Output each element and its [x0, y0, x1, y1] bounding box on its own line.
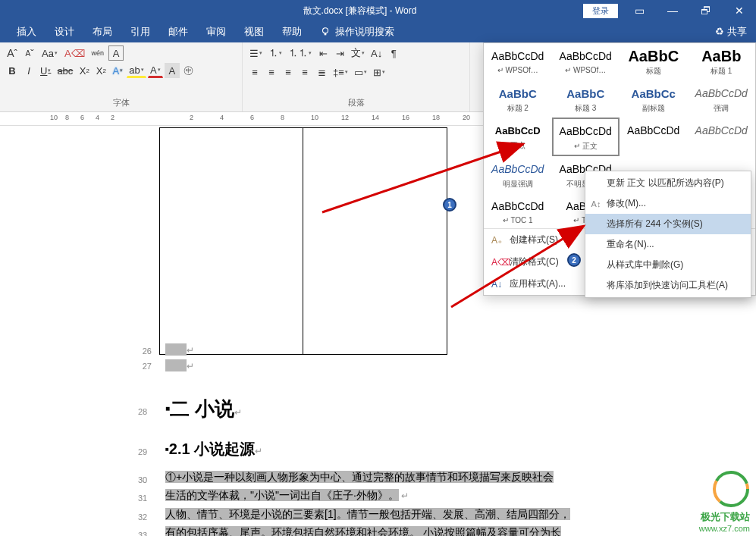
numbering-button[interactable]: ⒈▾ — [266, 45, 284, 61]
ribbon-group-font: Aˆ Aˇ Aa▾ A⌫ wén A B I U▾ abc X2 X2 A▾ a… — [0, 42, 243, 111]
line-number: 26 — [138, 343, 152, 359]
font-grow-button[interactable]: Aˆ — [5, 45, 20, 61]
style-cell[interactable]: AaBb标题 1 — [688, 43, 756, 80]
modify-icon: A↕ — [590, 199, 602, 208]
style-cell[interactable]: AaBbCc副标题 — [620, 80, 688, 118]
style-cell[interactable]: AaBbCcDd↵ 正文 — [552, 118, 620, 156]
tab-mailings[interactable]: 邮件 — [159, 20, 197, 43]
login-button[interactable]: 登录 — [583, 4, 618, 18]
ruler-mark: 2 — [111, 114, 114, 121]
tell-me-search[interactable]: 操作说明搜索 — [311, 20, 403, 43]
restore-button[interactable]: 🗗 — [689, 0, 723, 21]
ribbon-group-font-label: 字体 — [5, 96, 237, 108]
line-number: 27 — [138, 359, 152, 374]
align-justify-button[interactable]: ≡ — [297, 64, 312, 80]
ctx-remove-from-gallery[interactable]: 从样式库中删除(G) — [585, 255, 751, 275]
style-preview: AaBbCcDd — [557, 47, 615, 65]
style-preview: AaBbC — [557, 84, 615, 102]
tab-references[interactable]: 引用 — [121, 20, 159, 43]
borders-button[interactable]: ⊞▾ — [371, 64, 387, 80]
ruler-mark: 4 — [220, 114, 224, 121]
align-right-button[interactable]: ≡ — [281, 64, 296, 80]
ribbon-tabbar: 插入 设计 布局 引用 邮件 审阅 视图 帮助 操作说明搜索 ♻ 共享 — [0, 21, 756, 42]
align-center-button[interactable]: ≡ — [264, 64, 279, 80]
heading2: 29■2.1 小说起源↵ — [165, 440, 575, 459]
style-name-label: 标题 1 — [693, 66, 751, 77]
ctx-select-all-instances[interactable]: 选择所有 244 个实例(S) — [585, 214, 751, 234]
ctx-update-match[interactable]: 更新 正文 以匹配所选内容(P) — [585, 173, 751, 193]
show-marks-button[interactable]: ¶ — [386, 45, 401, 61]
style-cell[interactable]: AaBbC标题 — [620, 43, 688, 80]
subscript-button[interactable]: X2 — [77, 63, 92, 78]
style-cell[interactable]: AaBbCcDd明显强调 — [484, 156, 552, 193]
share-button[interactable]: ♻ 共享 — [706, 20, 756, 43]
text-effects-button[interactable]: A▾ — [110, 63, 125, 78]
phonetic-guide-button[interactable]: wén — [89, 45, 107, 61]
style-cell[interactable]: AaBbCcDd↵ WPSOf… — [552, 43, 620, 80]
sort-button[interactable]: A↓ — [369, 45, 384, 61]
ctx-rename[interactable]: 重命名(N)... — [585, 234, 751, 255]
change-case-button[interactable]: Aa▾ — [39, 45, 60, 61]
style-name-label: 强调 — [693, 103, 751, 114]
line-spacing-button[interactable]: ‡≡▾ — [331, 64, 350, 80]
italic-button[interactable]: I — [21, 63, 36, 78]
style-name-label: 标题 3 — [557, 103, 615, 114]
tab-design[interactable]: 设计 — [45, 20, 83, 43]
body-para: 33有的包括序幕、尾声。环境包括自然环境和社会环境。 小说按照篇幅及容量可分为长 — [165, 524, 575, 536]
watermark-url: www.xz7.com — [699, 524, 750, 533]
style-preview: AaBbCcDd — [489, 197, 547, 215]
ribbon-group-paragraph: ☰▾ ⒈▾ ⒈⒈▾ ⇤ ⇥ 文▾ A↓ ¶ ≡ ≡ ≡ ≡ ≣ ‡≡▾ ▭▾ ⊞… — [243, 42, 470, 111]
body-para: 32人物、情节、环境是小说的三要素[1]。情节一般包括开端、发展、高潮、结局四部… — [165, 506, 575, 522]
window-title: 散文.docx [兼容模式] - Word — [136, 5, 583, 17]
highlight-button[interactable]: ab▾ — [127, 63, 146, 78]
ruler-mark: 4 — [96, 114, 99, 121]
close-button[interactable]: ✕ — [723, 0, 756, 21]
style-name-label: ↵ WPSOf… — [489, 66, 547, 74]
ctx-add-to-qat[interactable]: 将库添加到快速访问工具栏(A) — [585, 275, 751, 296]
char-shading-button[interactable]: A — [165, 63, 180, 78]
multilevel-list-button[interactable]: ⒈⒈▾ — [286, 45, 314, 61]
style-cell[interactable]: AaBbCcDd↵ TOC 1 — [484, 193, 552, 228]
increase-indent-button[interactable]: ⇥ — [332, 45, 347, 61]
tab-insert[interactable]: 插入 — [8, 20, 45, 43]
char-border-button[interactable]: A — [108, 45, 124, 61]
superscript-button[interactable]: X2 — [93, 63, 108, 78]
style-cell[interactable]: AaBbCcDd — [620, 118, 688, 156]
minimize-button[interactable]: — — [656, 0, 689, 21]
style-cell[interactable]: AaBbC标题 2 — [484, 80, 552, 118]
tab-review[interactable]: 审阅 — [197, 20, 235, 43]
style-preview: AaBbCcDd — [558, 122, 614, 140]
style-cell[interactable]: AaBbCcDd↵ WPSOf… — [484, 43, 552, 80]
style-cell[interactable]: AaBbC标题 3 — [552, 80, 620, 118]
asian-layout-button[interactable]: 文▾ — [349, 45, 367, 61]
font-shrink-button[interactable]: Aˇ — [22, 45, 37, 61]
clear-formatting-button[interactable]: A⌫ — [62, 45, 87, 61]
style-name-label: 副标题 — [625, 103, 682, 114]
clear-format-icon: A⌫ — [491, 257, 503, 268]
strikethrough-button[interactable]: abc — [55, 63, 75, 78]
shading-button[interactable]: ▭▾ — [352, 64, 369, 80]
tab-layout[interactable]: 布局 — [83, 20, 121, 43]
ruler-mark: 6 — [80, 114, 84, 121]
underline-button[interactable]: U▾ — [38, 63, 53, 78]
body-para: 30①+小说是一种以刻画人物形象为中心、通过完整的故事情节和环境描写来反映社会 — [165, 469, 575, 485]
bullets-button[interactable]: ☰▾ — [247, 45, 265, 61]
align-distribute-button[interactable]: ≣ — [314, 64, 329, 80]
tab-help[interactable]: 帮助 — [273, 20, 311, 43]
ctx-modify[interactable]: A↕修改(M)... — [585, 193, 751, 214]
style-cell[interactable]: AaBbCcDd强调 — [688, 80, 756, 118]
tell-me-label: 操作说明搜索 — [335, 25, 394, 39]
ruler-mark: 10 — [50, 114, 58, 121]
font-color-button[interactable]: A▾ — [148, 63, 163, 78]
tab-view[interactable]: 视图 — [235, 20, 273, 43]
style-cell[interactable]: AaBbCcD要点 — [484, 118, 552, 156]
style-preview: AaBbC — [625, 47, 682, 65]
bold-button[interactable]: B — [5, 63, 20, 78]
style-cell[interactable]: AaBbCcDd — [688, 118, 756, 156]
align-left-button[interactable]: ≡ — [247, 64, 262, 80]
decrease-indent-button[interactable]: ⇤ — [315, 45, 331, 61]
text-frame[interactable] — [159, 127, 447, 355]
tray-button[interactable]: ▭ — [623, 0, 656, 21]
watermark: 极光下载站 www.xz7.com — [699, 470, 750, 533]
enclose-char-button[interactable]: ㊥ — [181, 63, 196, 78]
